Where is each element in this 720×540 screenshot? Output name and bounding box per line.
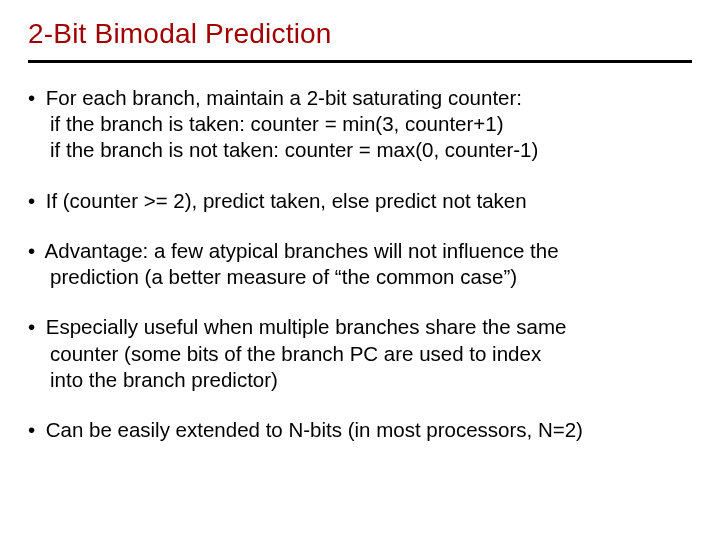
bullet-lead-text: Especially useful when multiple branches… xyxy=(46,315,567,338)
slide: 2-Bit Bimodal Prediction • For each bran… xyxy=(0,0,720,540)
bullet-item: • Can be easily extended to N-bits (in m… xyxy=(28,417,692,443)
bullet-lead: • Can be easily extended to N-bits (in m… xyxy=(28,417,692,443)
bullet-dot-icon: • xyxy=(28,238,40,264)
bullet-item: • For each branch, maintain a 2-bit satu… xyxy=(28,85,692,164)
bullet-lead-text: If (counter >= 2), predict taken, else p… xyxy=(46,189,527,212)
bullet-lead-text: Advantage: a few atypical branches will … xyxy=(45,239,559,262)
bullet-lead: • If (counter >= 2), predict taken, else… xyxy=(28,188,692,214)
bullet-dot-icon: • xyxy=(28,314,40,340)
title-rule xyxy=(28,60,692,63)
bullet-cont: into the branch predictor) xyxy=(28,367,692,393)
bullet-item: • Especially useful when multiple branch… xyxy=(28,314,692,393)
bullet-dot-icon: • xyxy=(28,188,40,214)
bullet-lead: • Especially useful when multiple branch… xyxy=(28,314,692,340)
bullet-lead-text: For each branch, maintain a 2-bit satura… xyxy=(46,86,522,109)
bullet-lead: • For each branch, maintain a 2-bit satu… xyxy=(28,85,692,111)
bullet-lead: • Advantage: a few atypical branches wil… xyxy=(28,238,692,264)
bullet-dot-icon: • xyxy=(28,85,40,111)
bullet-cont: if the branch is taken: counter = min(3,… xyxy=(28,111,692,137)
bullet-cont: prediction (a better measure of “the com… xyxy=(28,264,692,290)
bullet-cont: counter (some bits of the branch PC are … xyxy=(28,341,692,367)
bullet-cont: if the branch is not taken: counter = ma… xyxy=(28,137,692,163)
bullet-item: • Advantage: a few atypical branches wil… xyxy=(28,238,692,290)
slide-title: 2-Bit Bimodal Prediction xyxy=(28,18,692,50)
bullet-lead-text: Can be easily extended to N-bits (in mos… xyxy=(46,418,583,441)
bullet-item: • If (counter >= 2), predict taken, else… xyxy=(28,188,692,214)
slide-body: • For each branch, maintain a 2-bit satu… xyxy=(28,85,692,443)
bullet-dot-icon: • xyxy=(28,417,40,443)
